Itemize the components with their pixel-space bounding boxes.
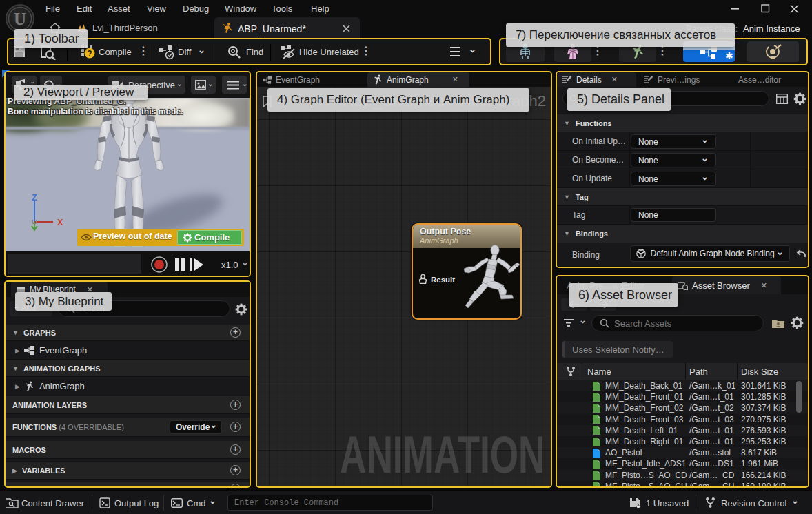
svg-text:U: U (14, 10, 26, 28)
svg-text:?: ? (87, 49, 92, 59)
svg-text:X: X (57, 218, 63, 227)
svg-text:Z: Z (32, 194, 37, 203)
